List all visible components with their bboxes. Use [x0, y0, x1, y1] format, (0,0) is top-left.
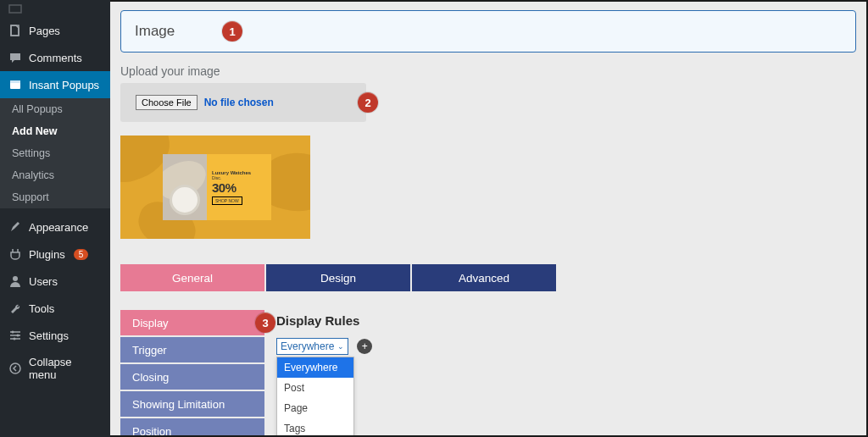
upload-section-label: Upload your image	[120, 64, 856, 78]
sidebar-item-label: Users	[29, 275, 58, 288]
main-content: 1 Upload your image Choose File No file …	[110, 0, 868, 437]
annotation-1: 1	[222, 21, 242, 41]
main-tabs: General Design Advanced	[120, 264, 856, 291]
dropdown-option-tags[interactable]: Tags	[277, 418, 353, 437]
side-tab-closing[interactable]: Closing	[120, 364, 264, 390]
sidebar-item-appearance[interactable]: Appearance	[0, 213, 110, 241]
sidebar-item-label: Plugins	[29, 248, 65, 261]
sidebar-submenu: All Popups Add New Settings Analytics Su…	[0, 98, 110, 208]
sidebar-item-label: Insant Popups	[29, 79, 99, 91]
upload-box: Choose File No file chosen 2	[120, 83, 366, 122]
svg-point-7	[14, 338, 16, 340]
sidebar-item-tools[interactable]: Tools	[0, 295, 110, 322]
side-tab-display[interactable]: Display 3	[120, 310, 264, 335]
sidebar-item-pages[interactable]: Pages	[0, 17, 110, 44]
plugins-update-badge: 5	[74, 249, 89, 260]
svg-rect-0	[9, 5, 21, 13]
submenu-settings[interactable]: Settings	[0, 142, 110, 164]
sidebar-item-label: Tools	[29, 302, 54, 315]
sidebar-item-label: Settings	[29, 329, 69, 342]
side-tab-label: Display	[132, 317, 169, 329]
display-rule-dropdown: Everywhere Post Page Tags	[276, 357, 354, 437]
svg-point-6	[17, 335, 19, 337]
svg-point-4	[13, 276, 18, 281]
display-rule-select[interactable]: Everywhere ⌄	[276, 338, 348, 355]
annotation-2: 2	[358, 92, 378, 113]
select-value: Everywhere	[281, 340, 334, 352]
side-tab-trigger[interactable]: Trigger	[120, 337, 264, 362]
dropdown-option-page[interactable]: Page	[277, 398, 353, 418]
svg-point-5	[12, 331, 14, 334]
wrench-icon	[8, 301, 22, 315]
sliders-icon	[8, 329, 22, 342]
submenu-support[interactable]: Support	[0, 186, 110, 208]
svg-point-8	[10, 363, 20, 373]
add-rule-button[interactable]: +	[357, 339, 372, 354]
comment-icon	[8, 51, 22, 64]
sidebar-item-settings[interactable]: Settings	[0, 322, 110, 349]
submenu-all-popups[interactable]: All Popups	[0, 98, 110, 120]
sidebar-item-label: Appearance	[29, 221, 88, 234]
dropdown-option-everywhere[interactable]: Everywhere	[277, 357, 353, 378]
file-status-text: No file chosen	[204, 97, 274, 108]
chevron-down-icon: ⌄	[337, 342, 344, 351]
sidebar-item-users[interactable]: Users	[0, 268, 110, 295]
user-icon	[8, 274, 22, 288]
image-preview: Luxury Watches Disc. 30% SHOP NOW	[120, 136, 310, 239]
active-menu-pointer	[110, 80, 115, 89]
sidebar-item-comments[interactable]: Comments	[0, 44, 110, 71]
sidebar-item-instant-popups[interactable]: Insant Popups	[0, 71, 110, 98]
side-tab-position[interactable]: Position	[120, 418, 264, 437]
preview-line4: SHOP NOW	[212, 196, 242, 205]
side-tab-showing-limitation[interactable]: Showing Limitation	[120, 391, 264, 417]
popup-icon	[8, 78, 22, 91]
sidebar-item-media-cut[interactable]: x	[0, 0, 110, 17]
tab-advanced[interactable]: Advanced	[412, 264, 556, 291]
media-icon	[8, 2, 22, 15]
sidebar-collapse[interactable]: Collapse menu	[0, 349, 110, 388]
collapse-icon	[8, 362, 22, 375]
dropdown-option-post[interactable]: Post	[277, 378, 353, 398]
sidebar-item-label: Pages	[29, 25, 60, 37]
sidebar-item-plugins[interactable]: Plugins 5	[0, 241, 110, 268]
svg-rect-3	[10, 80, 20, 83]
annotation-3: 3	[255, 313, 275, 333]
display-rules-title: Display Rules	[276, 313, 372, 328]
preview-card-text: Luxury Watches Disc. 30% SHOP NOW	[207, 154, 271, 220]
admin-sidebar: x Pages Comments Insant Popups All Popup…	[0, 0, 110, 437]
plugin-icon	[8, 247, 22, 261]
sidebar-item-label: Collapse menu	[29, 356, 102, 381]
settings-side-tabs: Display 3 Trigger Closing Showing Limita…	[120, 310, 264, 437]
preview-card-image	[163, 154, 207, 220]
brush-icon	[8, 220, 22, 234]
submenu-analytics[interactable]: Analytics	[0, 164, 110, 186]
choose-file-button[interactable]: Choose File	[136, 95, 198, 110]
preview-card: Luxury Watches Disc. 30% SHOP NOW	[163, 154, 271, 220]
tab-design[interactable]: Design	[266, 264, 410, 291]
tab-general[interactable]: General	[120, 264, 264, 291]
display-rules-panel: Display Rules Everywhere ⌄ + Everywhere …	[276, 310, 372, 355]
preview-line3: 30%	[212, 180, 271, 195]
submenu-add-new[interactable]: Add New	[0, 120, 110, 142]
sidebar-item-label: Comments	[29, 52, 82, 64]
page-icon	[8, 24, 22, 37]
